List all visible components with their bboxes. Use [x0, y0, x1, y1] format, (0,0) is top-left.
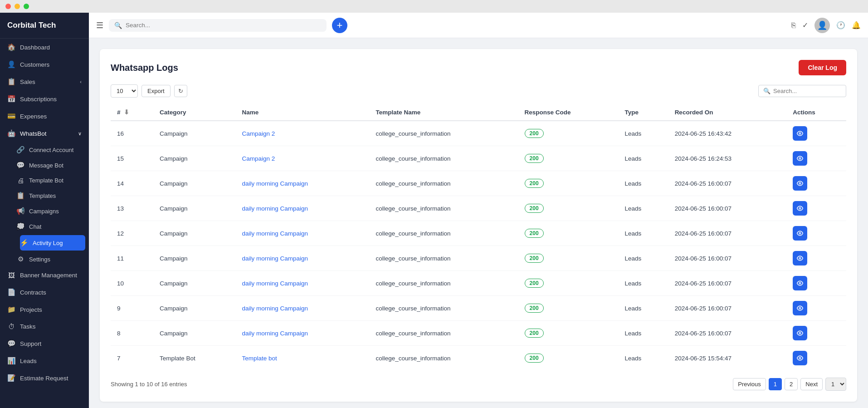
- col-name: Name: [235, 104, 369, 121]
- view-action-button[interactable]: [793, 351, 807, 365]
- sidebar-item-support[interactable]: 💬 Support: [0, 335, 89, 352]
- cell-name[interactable]: daily morning Campaign: [235, 271, 369, 296]
- table-row: 9 Campaign daily morning Campaign colleg…: [111, 296, 846, 321]
- page-2-button[interactable]: 2: [785, 378, 798, 390]
- cell-type: Leads: [619, 121, 668, 146]
- refresh-button[interactable]: ↻: [174, 85, 187, 97]
- sidebar-item-templates[interactable]: 📋 Templates: [16, 188, 89, 203]
- cell-name[interactable]: daily morning Campaign: [235, 296, 369, 321]
- sidebar-item-chat[interactable]: 💭 Chat: [16, 219, 89, 234]
- cell-category: Campaign: [153, 296, 235, 321]
- sidebar-item-tasks[interactable]: ⏱ Tasks: [0, 318, 89, 335]
- subscriptions-icon: 📅: [7, 95, 15, 103]
- cell-recorded-on: 2024-06-25 16:00:07: [668, 246, 787, 271]
- bell-button[interactable]: 🔔: [852, 21, 861, 29]
- sidebar-item-settings[interactable]: ⚙ Settings: [16, 251, 89, 267]
- table-row: 12 Campaign daily morning Campaign colle…: [111, 221, 846, 246]
- table-controls: 10 25 50 100 Export ↻ 🔍: [111, 84, 846, 98]
- support-icon: 💬: [7, 339, 15, 348]
- cell-name[interactable]: Template bot: [235, 346, 369, 371]
- export-button[interactable]: Export: [141, 85, 171, 97]
- cell-category: Campaign: [153, 121, 235, 146]
- sidebar-sub-label: Templates: [29, 192, 56, 199]
- sidebar-item-banner-management[interactable]: 🖼 Banner Management: [0, 267, 89, 284]
- cell-response-code: 200: [518, 296, 619, 321]
- sidebar-item-estimate-request[interactable]: 📝 Estimate Request: [0, 369, 89, 387]
- templates-icon: 📋: [16, 192, 24, 200]
- table-search-input[interactable]: [773, 88, 841, 94]
- chevron-right-icon: ‹: [80, 79, 82, 84]
- cell-num: 7: [111, 346, 153, 371]
- sidebar-item-dashboard[interactable]: 🏠 Dashboard: [0, 39, 89, 56]
- cell-name[interactable]: daily morning Campaign: [235, 221, 369, 246]
- table-row: 10 Campaign daily morning Campaign colle…: [111, 271, 846, 296]
- whatsbot-icon: 🤖: [7, 129, 15, 138]
- connect-icon: 🔗: [16, 146, 24, 154]
- view-action-button[interactable]: [793, 176, 807, 191]
- message-bot-icon: 💬: [16, 161, 24, 169]
- sidebar-item-template-bot[interactable]: 🖨 Template Bot: [16, 173, 89, 188]
- cell-actions: [786, 346, 846, 371]
- sidebar-sub-label: Chat: [29, 223, 41, 230]
- next-page-button[interactable]: Next: [800, 378, 823, 390]
- customers-icon: 👤: [7, 60, 15, 69]
- avatar[interactable]: 👤: [814, 18, 830, 33]
- sidebar-item-contracts[interactable]: 📄 Contracts: [0, 284, 89, 301]
- cell-response-code: 200: [518, 246, 619, 271]
- sidebar-item-connect-account[interactable]: 🔗 Connect Account: [16, 142, 89, 157]
- cell-name[interactable]: daily morning Campaign: [235, 171, 369, 196]
- cell-actions: [786, 221, 846, 246]
- previous-page-button[interactable]: Previous: [733, 378, 766, 390]
- view-action-button[interactable]: [793, 126, 807, 141]
- cell-name[interactable]: daily morning Campaign: [235, 321, 369, 346]
- table-body: 16 Campaign Campaign 2 college_course_in…: [111, 121, 846, 370]
- whatsbot-submenu: 🔗 Connect Account 💬 Message Bot 🖨 Templa…: [0, 142, 89, 267]
- view-action-button[interactable]: [793, 276, 807, 290]
- cell-category: Campaign: [153, 246, 235, 271]
- menu-toggle-button[interactable]: ☰: [96, 20, 103, 30]
- sidebar-item-expenses[interactable]: 💳 Expenses: [0, 108, 89, 125]
- add-button[interactable]: +: [332, 18, 347, 33]
- view-action-button[interactable]: [793, 151, 807, 166]
- contracts-icon: 📄: [7, 288, 15, 296]
- sidebar-item-projects[interactable]: 📁 Projects: [0, 301, 89, 318]
- view-action-button[interactable]: [793, 326, 807, 340]
- clock-button[interactable]: 🕐: [836, 21, 845, 29]
- leads-icon: 📊: [7, 357, 15, 365]
- cell-name[interactable]: Campaign 2: [235, 146, 369, 171]
- check-button[interactable]: ✓: [802, 21, 808, 29]
- sidebar-item-sales[interactable]: 📋 Sales ‹: [0, 73, 89, 90]
- cell-recorded-on: 2024-06-25 16:00:07: [668, 321, 787, 346]
- cell-num: 8: [111, 321, 153, 346]
- sidebar-item-whatsbot[interactable]: 🤖 WhatsBot ∨: [0, 125, 89, 142]
- view-action-button[interactable]: [793, 301, 807, 315]
- cell-name[interactable]: daily morning Campaign: [235, 246, 369, 271]
- sidebar-item-activity-log[interactable]: ⚡ Activity Log: [20, 235, 85, 251]
- sidebar-item-message-bot[interactable]: 💬 Message Bot: [16, 157, 89, 173]
- cell-template-name: college_course_information: [369, 171, 518, 196]
- page-1-button[interactable]: 1: [769, 378, 782, 390]
- titlebar-close[interactable]: [5, 4, 11, 9]
- sidebar-item-subscriptions[interactable]: 📅 Subscriptions: [0, 90, 89, 108]
- share-button[interactable]: ⎘: [791, 21, 796, 29]
- view-action-button[interactable]: [793, 201, 807, 216]
- per-page-select[interactable]: 10 25 50 100: [111, 84, 138, 98]
- cell-template-name: college_course_information: [369, 271, 518, 296]
- search-input[interactable]: [126, 22, 321, 29]
- cell-num: 9: [111, 296, 153, 321]
- view-action-button[interactable]: [793, 226, 807, 241]
- titlebar-minimize[interactable]: [15, 4, 20, 9]
- table-row: 13 Campaign daily morning Campaign colle…: [111, 196, 846, 221]
- cell-template-name: college_course_information: [369, 146, 518, 171]
- cell-num: 13: [111, 196, 153, 221]
- clear-log-button[interactable]: Clear Log: [799, 60, 846, 75]
- sidebar-item-campaigns[interactable]: 📢 Campaigns: [16, 203, 89, 219]
- cell-name[interactable]: daily morning Campaign: [235, 196, 369, 221]
- cell-name[interactable]: Campaign 2: [235, 121, 369, 146]
- titlebar-maximize[interactable]: [24, 4, 29, 9]
- view-action-button[interactable]: [793, 251, 807, 265]
- sidebar-item-customers[interactable]: 👤 Customers: [0, 56, 89, 73]
- cell-num: 10: [111, 271, 153, 296]
- page-jump-select[interactable]: 1 2: [825, 378, 846, 391]
- sidebar-item-leads[interactable]: 📊 Leads: [0, 352, 89, 369]
